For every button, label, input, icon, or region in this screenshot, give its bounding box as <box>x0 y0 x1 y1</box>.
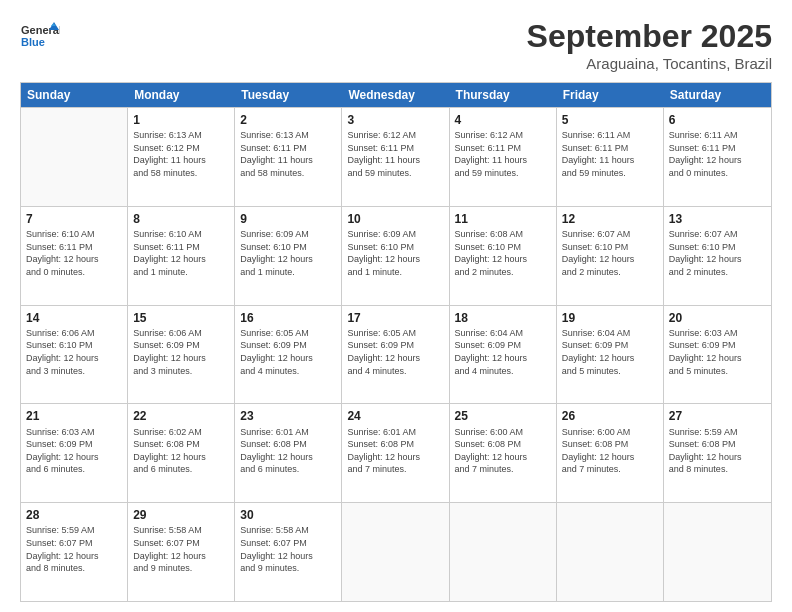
day-info: Sunrise: 5:59 AM Sunset: 6:08 PM Dayligh… <box>669 426 766 476</box>
day-info: Sunrise: 6:11 AM Sunset: 6:11 PM Dayligh… <box>562 129 658 179</box>
cal-cell-1-5: 12Sunrise: 6:07 AM Sunset: 6:10 PM Dayli… <box>557 207 664 305</box>
day-info: Sunrise: 6:01 AM Sunset: 6:08 PM Dayligh… <box>347 426 443 476</box>
logo: General Blue <box>20 18 60 54</box>
cal-cell-2-6: 20Sunrise: 6:03 AM Sunset: 6:09 PM Dayli… <box>664 306 771 404</box>
day-number: 23 <box>240 408 336 424</box>
cal-cell-3-4: 25Sunrise: 6:00 AM Sunset: 6:08 PM Dayli… <box>450 404 557 502</box>
cal-week-3: 21Sunrise: 6:03 AM Sunset: 6:09 PM Dayli… <box>21 403 771 502</box>
cal-cell-3-2: 23Sunrise: 6:01 AM Sunset: 6:08 PM Dayli… <box>235 404 342 502</box>
cal-cell-4-2: 30Sunrise: 5:58 AM Sunset: 6:07 PM Dayli… <box>235 503 342 601</box>
cal-cell-4-5 <box>557 503 664 601</box>
day-number: 12 <box>562 211 658 227</box>
day-number: 20 <box>669 310 766 326</box>
cal-header-monday: Monday <box>128 83 235 107</box>
cal-header-tuesday: Tuesday <box>235 83 342 107</box>
day-number: 4 <box>455 112 551 128</box>
day-number: 14 <box>26 310 122 326</box>
cal-cell-0-3: 3Sunrise: 6:12 AM Sunset: 6:11 PM Daylig… <box>342 108 449 206</box>
day-info: Sunrise: 6:03 AM Sunset: 6:09 PM Dayligh… <box>26 426 122 476</box>
day-number: 27 <box>669 408 766 424</box>
cal-cell-3-6: 27Sunrise: 5:59 AM Sunset: 6:08 PM Dayli… <box>664 404 771 502</box>
calendar-body: 1Sunrise: 6:13 AM Sunset: 6:12 PM Daylig… <box>21 107 771 601</box>
day-number: 21 <box>26 408 122 424</box>
calendar: SundayMondayTuesdayWednesdayThursdayFrid… <box>20 82 772 602</box>
day-info: Sunrise: 6:04 AM Sunset: 6:09 PM Dayligh… <box>562 327 658 377</box>
day-number: 24 <box>347 408 443 424</box>
day-number: 2 <box>240 112 336 128</box>
day-number: 28 <box>26 507 122 523</box>
cal-week-4: 28Sunrise: 5:59 AM Sunset: 6:07 PM Dayli… <box>21 502 771 601</box>
cal-cell-1-0: 7Sunrise: 6:10 AM Sunset: 6:11 PM Daylig… <box>21 207 128 305</box>
cal-cell-4-0: 28Sunrise: 5:59 AM Sunset: 6:07 PM Dayli… <box>21 503 128 601</box>
cal-cell-3-5: 26Sunrise: 6:00 AM Sunset: 6:08 PM Dayli… <box>557 404 664 502</box>
day-number: 10 <box>347 211 443 227</box>
day-number: 29 <box>133 507 229 523</box>
day-info: Sunrise: 6:12 AM Sunset: 6:11 PM Dayligh… <box>455 129 551 179</box>
day-info: Sunrise: 6:00 AM Sunset: 6:08 PM Dayligh… <box>455 426 551 476</box>
day-number: 30 <box>240 507 336 523</box>
day-number: 15 <box>133 310 229 326</box>
day-info: Sunrise: 6:04 AM Sunset: 6:09 PM Dayligh… <box>455 327 551 377</box>
cal-header-thursday: Thursday <box>450 83 557 107</box>
day-info: Sunrise: 6:05 AM Sunset: 6:09 PM Dayligh… <box>240 327 336 377</box>
svg-text:Blue: Blue <box>21 36 45 48</box>
location-subtitle: Araguaina, Tocantins, Brazil <box>527 55 772 72</box>
calendar-header-row: SundayMondayTuesdayWednesdayThursdayFrid… <box>21 83 771 107</box>
day-info: Sunrise: 6:10 AM Sunset: 6:11 PM Dayligh… <box>133 228 229 278</box>
day-info: Sunrise: 6:05 AM Sunset: 6:09 PM Dayligh… <box>347 327 443 377</box>
cal-week-2: 14Sunrise: 6:06 AM Sunset: 6:10 PM Dayli… <box>21 305 771 404</box>
day-number: 13 <box>669 211 766 227</box>
day-info: Sunrise: 6:13 AM Sunset: 6:12 PM Dayligh… <box>133 129 229 179</box>
cal-cell-3-3: 24Sunrise: 6:01 AM Sunset: 6:08 PM Dayli… <box>342 404 449 502</box>
cal-cell-0-0 <box>21 108 128 206</box>
cal-cell-2-1: 15Sunrise: 6:06 AM Sunset: 6:09 PM Dayli… <box>128 306 235 404</box>
cal-cell-1-2: 9Sunrise: 6:09 AM Sunset: 6:10 PM Daylig… <box>235 207 342 305</box>
day-info: Sunrise: 6:02 AM Sunset: 6:08 PM Dayligh… <box>133 426 229 476</box>
day-info: Sunrise: 6:12 AM Sunset: 6:11 PM Dayligh… <box>347 129 443 179</box>
cal-cell-2-3: 17Sunrise: 6:05 AM Sunset: 6:09 PM Dayli… <box>342 306 449 404</box>
day-info: Sunrise: 5:59 AM Sunset: 6:07 PM Dayligh… <box>26 524 122 574</box>
day-info: Sunrise: 6:07 AM Sunset: 6:10 PM Dayligh… <box>562 228 658 278</box>
page: General Blue September 2025 Araguaina, T… <box>0 0 792 612</box>
cal-cell-3-0: 21Sunrise: 6:03 AM Sunset: 6:09 PM Dayli… <box>21 404 128 502</box>
cal-cell-0-1: 1Sunrise: 6:13 AM Sunset: 6:12 PM Daylig… <box>128 108 235 206</box>
cal-cell-1-6: 13Sunrise: 6:07 AM Sunset: 6:10 PM Dayli… <box>664 207 771 305</box>
day-number: 6 <box>669 112 766 128</box>
day-number: 16 <box>240 310 336 326</box>
cal-week-1: 7Sunrise: 6:10 AM Sunset: 6:11 PM Daylig… <box>21 206 771 305</box>
title-block: September 2025 Araguaina, Tocantins, Bra… <box>527 18 772 72</box>
day-info: Sunrise: 6:00 AM Sunset: 6:08 PM Dayligh… <box>562 426 658 476</box>
cal-header-wednesday: Wednesday <box>342 83 449 107</box>
day-number: 11 <box>455 211 551 227</box>
day-number: 8 <box>133 211 229 227</box>
day-number: 17 <box>347 310 443 326</box>
cal-week-0: 1Sunrise: 6:13 AM Sunset: 6:12 PM Daylig… <box>21 107 771 206</box>
day-info: Sunrise: 6:06 AM Sunset: 6:10 PM Dayligh… <box>26 327 122 377</box>
cal-header-sunday: Sunday <box>21 83 128 107</box>
cal-header-friday: Friday <box>557 83 664 107</box>
cal-cell-4-1: 29Sunrise: 5:58 AM Sunset: 6:07 PM Dayli… <box>128 503 235 601</box>
day-info: Sunrise: 5:58 AM Sunset: 6:07 PM Dayligh… <box>240 524 336 574</box>
cal-cell-2-5: 19Sunrise: 6:04 AM Sunset: 6:09 PM Dayli… <box>557 306 664 404</box>
header: General Blue September 2025 Araguaina, T… <box>20 18 772 72</box>
day-number: 26 <box>562 408 658 424</box>
day-number: 3 <box>347 112 443 128</box>
day-number: 25 <box>455 408 551 424</box>
cal-cell-0-2: 2Sunrise: 6:13 AM Sunset: 6:11 PM Daylig… <box>235 108 342 206</box>
cal-cell-4-3 <box>342 503 449 601</box>
cal-cell-1-1: 8Sunrise: 6:10 AM Sunset: 6:11 PM Daylig… <box>128 207 235 305</box>
cal-cell-1-4: 11Sunrise: 6:08 AM Sunset: 6:10 PM Dayli… <box>450 207 557 305</box>
day-info: Sunrise: 6:09 AM Sunset: 6:10 PM Dayligh… <box>240 228 336 278</box>
day-number: 1 <box>133 112 229 128</box>
cal-cell-0-5: 5Sunrise: 6:11 AM Sunset: 6:11 PM Daylig… <box>557 108 664 206</box>
logo-svg: General Blue <box>20 18 60 54</box>
day-number: 19 <box>562 310 658 326</box>
day-info: Sunrise: 6:13 AM Sunset: 6:11 PM Dayligh… <box>240 129 336 179</box>
day-info: Sunrise: 6:03 AM Sunset: 6:09 PM Dayligh… <box>669 327 766 377</box>
cal-cell-4-4 <box>450 503 557 601</box>
cal-cell-2-0: 14Sunrise: 6:06 AM Sunset: 6:10 PM Dayli… <box>21 306 128 404</box>
day-info: Sunrise: 6:11 AM Sunset: 6:11 PM Dayligh… <box>669 129 766 179</box>
day-info: Sunrise: 6:06 AM Sunset: 6:09 PM Dayligh… <box>133 327 229 377</box>
day-number: 22 <box>133 408 229 424</box>
day-number: 5 <box>562 112 658 128</box>
